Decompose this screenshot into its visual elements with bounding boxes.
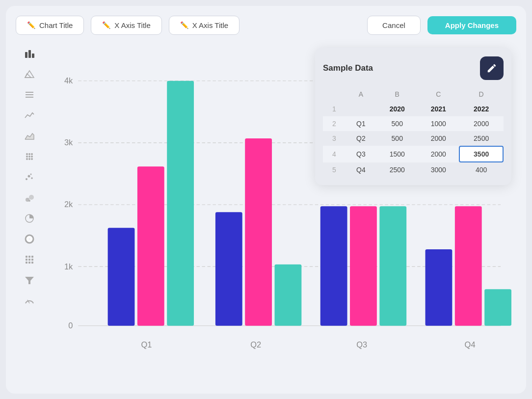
table-cell-a[interactable]: Q4	[346, 162, 377, 177]
main-container: ✏️ Chart Title ✏️ X Axis Title ✏️ X Axis…	[6, 6, 526, 394]
table-row: 3Q250020002500	[323, 131, 504, 146]
table-cell-a[interactable]: Q3	[346, 146, 377, 162]
table-cell-b[interactable]: 1500	[376, 146, 418, 162]
table-cell-num[interactable]: 3	[323, 131, 346, 146]
table-cell-b[interactable]: 500	[376, 131, 418, 146]
cancel-label: Cancel	[382, 21, 405, 29]
list-icon[interactable]	[21, 86, 38, 104]
table-cell-c[interactable]: 2021	[418, 102, 459, 116]
table-cell-b[interactable]: 2020	[376, 102, 418, 116]
col-header-d: D	[459, 87, 504, 102]
line-chart-icon[interactable]	[21, 106, 38, 124]
table-cell-c[interactable]: 3000	[418, 162, 459, 177]
pie-chart-icon[interactable]	[21, 210, 38, 227]
q2-bar-2020	[215, 212, 242, 325]
q4-bar-2022	[484, 289, 511, 326]
ring-icon[interactable]	[21, 230, 38, 248]
svg-text:3k: 3k	[64, 138, 73, 147]
pencil-edit-icon	[486, 63, 497, 74]
svg-rect-31	[28, 259, 30, 261]
x-axis-title-label: X Axis Title	[114, 21, 150, 29]
pencil-icon-xaxis2: ✏️	[180, 21, 188, 29]
q1-bar-2022	[167, 80, 194, 325]
svg-rect-27	[26, 256, 27, 258]
table-cell-d[interactable]: 2000	[459, 116, 504, 131]
table-cell-a[interactable]: Q1	[346, 116, 377, 131]
area-chart-icon[interactable]	[21, 127, 38, 145]
q3-bar-2022	[379, 206, 406, 325]
chart-title-button[interactable]: ✏️ Chart Title	[16, 16, 84, 35]
table-cell-b[interactable]: 2500	[376, 162, 418, 177]
x-axis-title2-button[interactable]: ✏️ X Axis Title	[169, 16, 239, 35]
svg-point-10	[31, 153, 33, 155]
toolbar: ✏️ Chart Title ✏️ X Axis Title ✏️ X Axis…	[16, 16, 516, 35]
table-cell-c[interactable]: 2000	[418, 146, 459, 162]
content-area: 4k 3k 2k 1k 0	[16, 43, 516, 399]
table-row: 4Q3150020003500	[323, 146, 504, 162]
chart-area: 4k 3k 2k 1k 0	[43, 43, 516, 399]
svg-rect-33	[26, 262, 27, 264]
dot-matrix-icon[interactable]	[21, 251, 38, 268]
table-cell-d[interactable]: 3500	[459, 146, 504, 162]
svg-rect-35	[31, 262, 33, 264]
svg-rect-32	[31, 259, 33, 261]
bubble-icon[interactable]	[21, 189, 38, 207]
svg-text:2k: 2k	[64, 200, 73, 209]
table-cell-a[interactable]	[346, 102, 377, 116]
apply-label: Apply Changes	[445, 21, 499, 29]
table-row: 2Q150010002000	[323, 116, 504, 131]
svg-text:4k: 4k	[64, 76, 73, 85]
svg-text:Q4: Q4	[465, 340, 476, 348]
gauge-icon[interactable]	[21, 292, 38, 310]
x-axis-title2-label: X Axis Title	[192, 21, 228, 29]
apply-changes-button[interactable]: Apply Changes	[427, 16, 516, 34]
chart-title-label: Chart Title	[39, 21, 73, 29]
svg-point-19	[31, 177, 33, 179]
table-cell-d[interactable]: 400	[459, 162, 504, 177]
sidebar	[16, 43, 43, 399]
svg-text:1k: 1k	[64, 262, 73, 270]
svg-point-26	[27, 237, 31, 241]
svg-point-11	[26, 156, 28, 158]
x-axis-title-button[interactable]: ✏️ X Axis Title	[91, 16, 161, 35]
svg-rect-30	[26, 259, 27, 261]
mountain-chart-icon[interactable]	[21, 65, 38, 83]
table-cell-num[interactable]: 4	[323, 146, 346, 162]
table-cell-a[interactable]: Q2	[346, 131, 377, 146]
q3-bar-2021	[350, 206, 377, 325]
cancel-button[interactable]: Cancel	[367, 16, 421, 35]
svg-point-9	[28, 153, 30, 155]
svg-point-23	[28, 200, 30, 202]
table-cell-d[interactable]: 2022	[459, 102, 504, 116]
data-table: A B C D 12020202120222Q1500100020003Q250…	[323, 87, 504, 177]
svg-point-13	[31, 156, 33, 158]
scatter-icon[interactable]	[21, 168, 38, 186]
svg-text:Q3: Q3	[356, 340, 367, 348]
svg-rect-29	[31, 256, 33, 258]
table-cell-num[interactable]: 5	[323, 162, 346, 177]
table-cell-c[interactable]: 2000	[418, 131, 459, 146]
col-header-empty	[323, 87, 346, 102]
svg-point-16	[31, 158, 33, 160]
funnel-icon[interactable]	[21, 271, 38, 289]
q2-bar-2021	[245, 138, 272, 326]
panel-header: Sample Data	[323, 56, 504, 80]
table-header-row: A B C D	[323, 87, 504, 102]
col-header-a: A	[346, 87, 377, 102]
svg-point-20	[30, 173, 32, 175]
q2-bar-2022	[275, 264, 302, 325]
table-cell-d[interactable]: 2500	[459, 131, 504, 146]
q4-bar-2021	[455, 206, 482, 325]
bar-chart-icon[interactable]	[21, 45, 38, 62]
panel-title: Sample Data	[323, 63, 373, 73]
table-cell-num[interactable]: 2	[323, 116, 346, 131]
svg-point-12	[28, 156, 30, 158]
svg-rect-2	[32, 53, 34, 58]
dot-grid-icon[interactable]	[21, 148, 38, 165]
table-cell-num[interactable]: 1	[323, 102, 346, 116]
table-cell-c[interactable]: 1000	[418, 116, 459, 131]
q1-bar-2021	[137, 166, 164, 326]
svg-point-14	[26, 158, 28, 160]
table-cell-b[interactable]: 500	[376, 116, 418, 131]
edit-data-button[interactable]	[480, 56, 504, 80]
